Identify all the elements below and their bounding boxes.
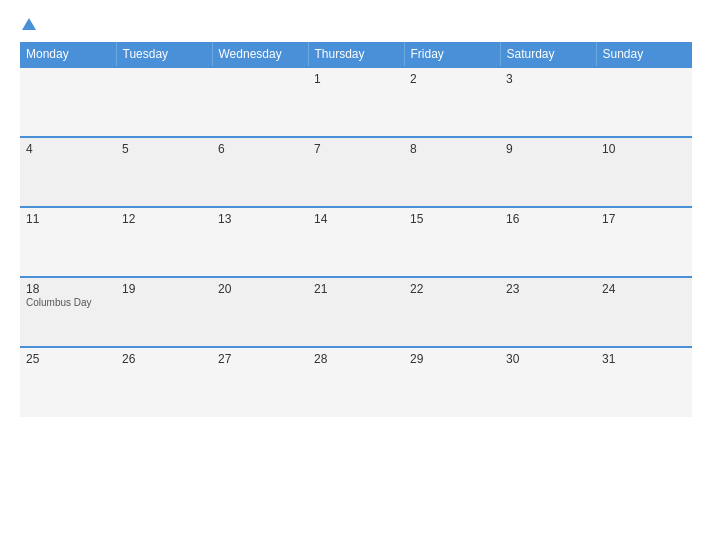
calendar-cell: 22 xyxy=(404,277,500,347)
day-number: 5 xyxy=(122,142,206,156)
day-event: Columbus Day xyxy=(26,297,110,308)
day-number: 30 xyxy=(506,352,590,366)
logo xyxy=(20,18,36,32)
day-number: 17 xyxy=(602,212,686,226)
calendar-cell: 27 xyxy=(212,347,308,417)
calendar-cell: 10 xyxy=(596,137,692,207)
calendar-cell xyxy=(20,67,116,137)
calendar-table: MondayTuesdayWednesdayThursdayFridaySatu… xyxy=(20,42,692,417)
calendar-body: 123456789101112131415161718Columbus Day1… xyxy=(20,67,692,417)
day-number: 4 xyxy=(26,142,110,156)
calendar-cell xyxy=(116,67,212,137)
day-number: 16 xyxy=(506,212,590,226)
calendar-cell: 28 xyxy=(308,347,404,417)
calendar-cell: 16 xyxy=(500,207,596,277)
calendar-cell: 4 xyxy=(20,137,116,207)
calendar-cell: 11 xyxy=(20,207,116,277)
calendar-cell: 18Columbus Day xyxy=(20,277,116,347)
day-number: 15 xyxy=(410,212,494,226)
calendar-cell: 3 xyxy=(500,67,596,137)
calendar-cell: 30 xyxy=(500,347,596,417)
calendar-cell: 1 xyxy=(308,67,404,137)
day-number: 7 xyxy=(314,142,398,156)
day-number: 9 xyxy=(506,142,590,156)
day-number: 25 xyxy=(26,352,110,366)
day-number: 19 xyxy=(122,282,206,296)
calendar-cell xyxy=(212,67,308,137)
day-number: 29 xyxy=(410,352,494,366)
day-number: 10 xyxy=(602,142,686,156)
day-number: 26 xyxy=(122,352,206,366)
day-number: 24 xyxy=(602,282,686,296)
calendar-cell: 26 xyxy=(116,347,212,417)
day-number: 13 xyxy=(218,212,302,226)
weekday-tuesday: Tuesday xyxy=(116,42,212,67)
calendar-cell: 17 xyxy=(596,207,692,277)
calendar-cell: 6 xyxy=(212,137,308,207)
page: MondayTuesdayWednesdayThursdayFridaySatu… xyxy=(0,0,712,550)
weekday-header-row: MondayTuesdayWednesdayThursdayFridaySatu… xyxy=(20,42,692,67)
logo-triangle-icon xyxy=(22,18,36,30)
day-number: 22 xyxy=(410,282,494,296)
calendar-cell: 9 xyxy=(500,137,596,207)
calendar-cell: 23 xyxy=(500,277,596,347)
day-number: 31 xyxy=(602,352,686,366)
calendar-cell: 15 xyxy=(404,207,500,277)
calendar-week-row: 11121314151617 xyxy=(20,207,692,277)
weekday-thursday: Thursday xyxy=(308,42,404,67)
day-number: 11 xyxy=(26,212,110,226)
weekday-saturday: Saturday xyxy=(500,42,596,67)
calendar-cell: 13 xyxy=(212,207,308,277)
day-number: 23 xyxy=(506,282,590,296)
calendar-cell: 19 xyxy=(116,277,212,347)
day-number: 21 xyxy=(314,282,398,296)
calendar-cell: 29 xyxy=(404,347,500,417)
calendar-cell: 14 xyxy=(308,207,404,277)
day-number: 20 xyxy=(218,282,302,296)
calendar-week-row: 25262728293031 xyxy=(20,347,692,417)
day-number: 8 xyxy=(410,142,494,156)
calendar-cell: 31 xyxy=(596,347,692,417)
day-number: 27 xyxy=(218,352,302,366)
day-number: 1 xyxy=(314,72,398,86)
day-number: 2 xyxy=(410,72,494,86)
weekday-friday: Friday xyxy=(404,42,500,67)
calendar-cell: 20 xyxy=(212,277,308,347)
calendar-week-row: 45678910 xyxy=(20,137,692,207)
header xyxy=(20,18,692,32)
calendar-cell: 24 xyxy=(596,277,692,347)
calendar-cell: 25 xyxy=(20,347,116,417)
day-number: 12 xyxy=(122,212,206,226)
weekday-wednesday: Wednesday xyxy=(212,42,308,67)
calendar-cell: 5 xyxy=(116,137,212,207)
day-number: 28 xyxy=(314,352,398,366)
day-number: 14 xyxy=(314,212,398,226)
calendar-cell: 8 xyxy=(404,137,500,207)
day-number: 6 xyxy=(218,142,302,156)
day-number: 18 xyxy=(26,282,110,296)
calendar-week-row: 123 xyxy=(20,67,692,137)
weekday-sunday: Sunday xyxy=(596,42,692,67)
day-number: 3 xyxy=(506,72,590,86)
calendar-cell: 2 xyxy=(404,67,500,137)
calendar-cell xyxy=(596,67,692,137)
calendar-week-row: 18Columbus Day192021222324 xyxy=(20,277,692,347)
weekday-monday: Monday xyxy=(20,42,116,67)
calendar-cell: 12 xyxy=(116,207,212,277)
calendar-cell: 21 xyxy=(308,277,404,347)
calendar-cell: 7 xyxy=(308,137,404,207)
